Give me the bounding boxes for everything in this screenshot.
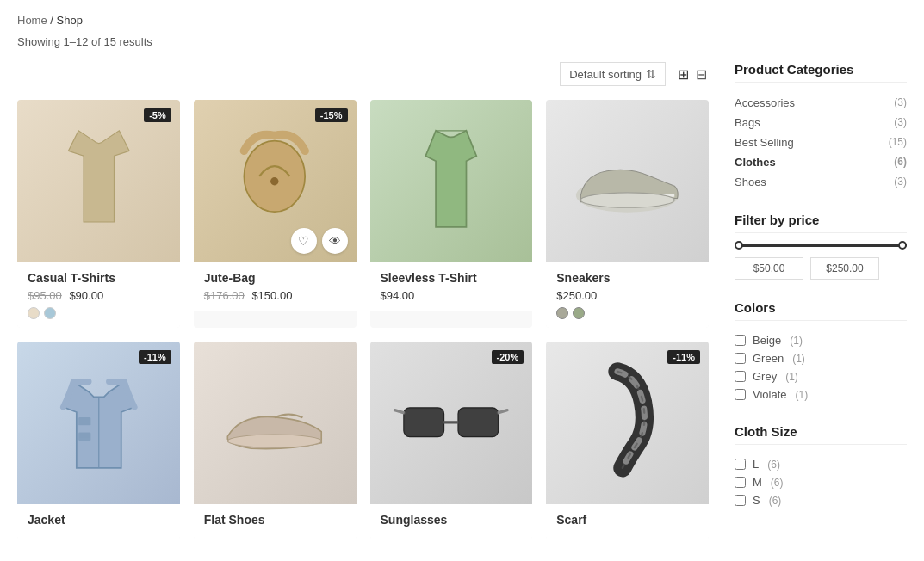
price-slider-track xyxy=(735,244,907,247)
sidebar-price-section: Filter by price xyxy=(735,213,907,280)
product-image-casual-tshirt xyxy=(17,100,180,262)
filter-item-m[interactable]: M (6) xyxy=(735,473,907,491)
color-checkbox-green[interactable] xyxy=(735,353,746,364)
product-info: Scarf xyxy=(546,504,709,539)
product-info: Sunglasses xyxy=(370,504,533,539)
filter-item-l[interactable]: L (6) xyxy=(735,455,907,473)
product-image-wrapper: -15% ♡ 👁 xyxy=(194,100,357,262)
color-checkbox-beige[interactable] xyxy=(735,335,746,346)
size-count: (6) xyxy=(771,477,784,489)
product-name: Jute-Bag xyxy=(204,271,346,285)
sort-icon: ⇅ xyxy=(646,67,656,81)
category-name: Shoes xyxy=(735,176,766,188)
results-count: Showing 1–12 of 15 results xyxy=(17,35,907,48)
product-badge: -20% xyxy=(492,350,524,364)
product-info: Sneakers $250.00 xyxy=(546,262,709,328)
product-info: Jute-Bag $176.00 $150.00 xyxy=(194,262,357,311)
size-checkbox-l[interactable] xyxy=(735,459,746,470)
price-filter-title: Filter by price xyxy=(735,213,907,233)
list-view-icon[interactable]: ⊟ xyxy=(694,65,709,84)
svg-point-1 xyxy=(270,177,278,185)
product-card: -15% ♡ 👁 xyxy=(194,100,357,328)
page-wrapper: Home / Shop Showing 1–12 of 15 results D… xyxy=(0,0,924,553)
color-checkbox-grey[interactable] xyxy=(735,371,746,382)
product-name: Scarf xyxy=(556,513,698,527)
sidebar-item-best-selling[interactable]: Best Selling (15) xyxy=(735,133,907,152)
product-badge: -5% xyxy=(144,108,171,122)
color-label: Green xyxy=(753,352,784,365)
price-slider[interactable] xyxy=(735,244,907,247)
color-label: Grey xyxy=(753,370,777,383)
breadcrumb-current: Shop xyxy=(57,14,83,27)
product-image-wrapper xyxy=(370,100,533,262)
main-layout: Default sorting ⇅ ⊞ ⊟ -5% xyxy=(17,62,907,539)
sidebar-item-clothes[interactable]: Clothes (6) xyxy=(735,152,907,172)
product-image-wrapper xyxy=(194,342,357,504)
sidebar-item-shoes[interactable]: Shoes (3) xyxy=(735,172,907,192)
color-dot xyxy=(556,307,568,319)
sort-label: Default sorting xyxy=(569,68,642,81)
product-card: Sleevless T-Shirt $94.00 xyxy=(370,100,533,328)
product-info: Sleevless T-Shirt $94.00 xyxy=(370,262,533,311)
filter-item-s[interactable]: S (6) xyxy=(735,491,907,509)
colors-title: Colors xyxy=(735,300,907,321)
product-info: Flat Shoes xyxy=(194,504,357,539)
wishlist-button[interactable]: ♡ xyxy=(291,228,317,254)
product-actions: ♡ 👁 xyxy=(291,228,348,254)
color-label: Violate xyxy=(753,388,787,401)
svg-point-3 xyxy=(580,192,674,207)
product-price: $95.00 $90.00 xyxy=(28,289,170,302)
product-image-wrapper: -11% xyxy=(17,342,180,504)
svg-rect-6 xyxy=(78,433,90,441)
breadcrumb-separator: / xyxy=(50,14,56,27)
quickview-button[interactable]: 👁 xyxy=(322,228,348,254)
category-name: Best Selling xyxy=(735,136,794,149)
filter-item-grey[interactable]: Grey (1) xyxy=(735,367,907,385)
view-icons: ⊞ ⊟ xyxy=(676,65,709,84)
size-count: (6) xyxy=(769,495,782,507)
color-count: (1) xyxy=(790,335,803,347)
product-info: Jacket xyxy=(17,504,180,539)
price-handle-max[interactable] xyxy=(898,241,907,250)
svg-point-0 xyxy=(245,140,306,212)
sort-select[interactable]: Default sorting ⇅ xyxy=(560,62,666,86)
product-image-jacket xyxy=(17,342,180,504)
sidebar-size-section: Cloth Size L (6) M (6) S (6) xyxy=(735,424,907,509)
product-name: Sleevless T-Shirt xyxy=(381,271,523,285)
filter-item-beige[interactable]: Beige (1) xyxy=(735,331,907,349)
color-dots xyxy=(28,307,170,319)
product-card: -11% Scarf xyxy=(546,342,709,539)
product-price: $94.00 xyxy=(381,289,523,302)
product-name: Sunglasses xyxy=(381,513,523,527)
price-max-input[interactable] xyxy=(810,257,879,280)
category-name: Accessories xyxy=(735,96,795,109)
product-card: -20% xyxy=(370,342,533,539)
price-min-input[interactable] xyxy=(735,257,803,280)
size-count: (6) xyxy=(767,459,780,471)
product-image-wrapper: -11% xyxy=(546,342,709,504)
product-image-sunglasses xyxy=(370,342,533,504)
price-handle-min[interactable] xyxy=(735,241,743,250)
breadcrumb-home[interactable]: Home xyxy=(17,14,47,27)
category-count: (3) xyxy=(894,116,907,129)
product-price: $176.00 $150.00 xyxy=(204,289,346,302)
category-count: (3) xyxy=(894,96,907,109)
size-checkbox-m[interactable] xyxy=(735,477,746,488)
filter-item-violate[interactable]: Violate (1) xyxy=(735,385,907,404)
size-label: S xyxy=(753,494,760,507)
product-image-scarf xyxy=(546,342,709,504)
price-inputs xyxy=(735,257,907,280)
size-checkbox-s[interactable] xyxy=(735,495,746,506)
sidebar-item-accessories[interactable]: Accessories (3) xyxy=(735,93,907,113)
filter-item-green[interactable]: Green (1) xyxy=(735,349,907,367)
color-checkbox-violate[interactable] xyxy=(735,389,746,400)
grid-view-icon[interactable]: ⊞ xyxy=(676,65,691,84)
toolbar: Default sorting ⇅ ⊞ ⊟ xyxy=(17,62,709,86)
price-sale: $150.00 xyxy=(251,289,292,302)
category-count: (3) xyxy=(894,176,907,188)
product-image-sleevless xyxy=(370,100,533,262)
product-image-flats xyxy=(194,342,357,504)
sidebar-categories-section: Product Categories Accessories (3) Bags … xyxy=(735,62,907,192)
category-name: Clothes xyxy=(735,156,776,169)
sidebar-item-bags[interactable]: Bags (3) xyxy=(735,113,907,133)
